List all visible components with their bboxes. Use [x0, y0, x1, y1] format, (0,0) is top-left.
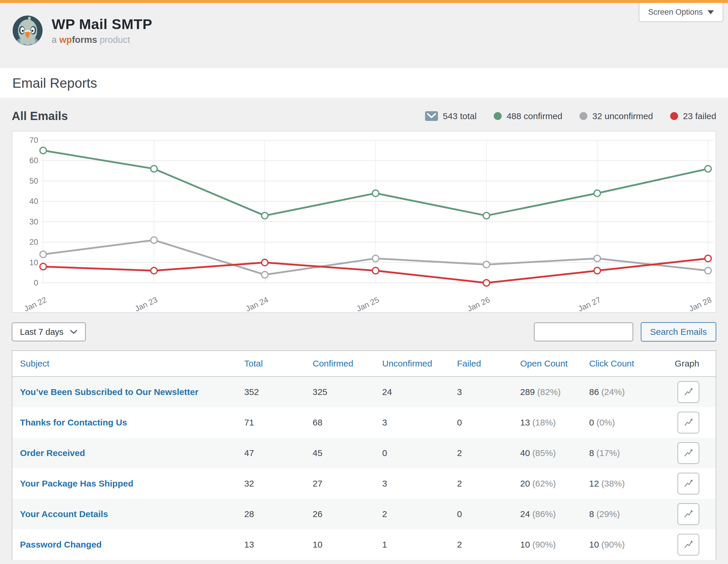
table-controls: Last 7 days Search Emails — [12, 322, 716, 341]
section-title: All Emails — [12, 110, 68, 123]
mini-line-chart-icon — [683, 479, 693, 489]
row-graph-button[interactable] — [678, 503, 699, 525]
failed-cell: 2 — [457, 448, 520, 458]
total-cell: 13 — [244, 540, 313, 550]
email-subject-link[interactable]: You’ve Been Subscribed to Our Newsletter — [20, 387, 198, 397]
wp-mail-smtp-pigeon-logo — [12, 15, 43, 46]
failed-cell: 3 — [457, 387, 520, 397]
screen-options-button[interactable]: Screen Options — [639, 3, 723, 22]
table-row: Order Received47450240(85%)8(17%) — [12, 438, 716, 468]
mini-line-chart-icon — [683, 417, 693, 427]
chart-legend: 543 total488 confirmed32 unconfirmed23 f… — [425, 111, 716, 121]
page-title: Email Reports — [12, 75, 97, 91]
failed-cell: 2 — [457, 479, 520, 489]
admin-top-bar — [0, 0, 728, 3]
row-graph-button[interactable] — [678, 412, 699, 433]
legend-total-label: 543 total — [443, 111, 477, 121]
column-header-click-count[interactable]: Click Count — [589, 358, 668, 368]
column-header-failed[interactable]: Failed — [457, 358, 520, 368]
mini-line-chart-icon — [683, 509, 693, 519]
chevron-down-icon — [707, 10, 714, 14]
column-header-total[interactable]: Total — [244, 358, 313, 368]
mini-line-chart-icon — [683, 540, 693, 550]
confirmed-cell: 26 — [313, 509, 382, 519]
email-subject-link[interactable]: Your Package Has Shipped — [20, 479, 133, 488]
tagline-a: a — [52, 35, 57, 45]
date-range-select[interactable]: Last 7 days — [12, 322, 86, 341]
open-count-cell: 289(82%) — [520, 387, 589, 397]
table-body: You’ve Been Subscribed to Our Newsletter… — [12, 377, 716, 560]
unconfirmed-cell: 1 — [382, 540, 457, 550]
table-row: You’ve Been Subscribed to Our Newsletter… — [12, 377, 716, 407]
legend-confirmed-label: 488 confirmed — [507, 111, 562, 121]
legend-failed-label: 23 failed — [683, 111, 716, 121]
svg-text:Jan 22: Jan 22 — [23, 295, 48, 312]
confirmed-cell: 27 — [313, 479, 382, 489]
confirmed-cell: 10 — [313, 540, 382, 550]
confirmed-cell: 45 — [313, 448, 382, 458]
unconfirmed-cell: 0 — [382, 448, 457, 458]
date-range-value: Last 7 days — [20, 327, 63, 337]
svg-text:10: 10 — [29, 258, 38, 267]
svg-text:Jan 28: Jan 28 — [687, 295, 713, 312]
table-row: Your Package Has Shipped32273220(62%)12(… — [12, 468, 716, 499]
confirmed-dot-icon — [494, 112, 502, 120]
failed-cell: 2 — [457, 540, 520, 550]
row-graph-button[interactable] — [678, 534, 699, 555]
svg-text:Jan 24: Jan 24 — [244, 295, 269, 312]
legend-total: 543 total — [425, 111, 477, 121]
brand-title: WP Mail SMTP — [52, 16, 152, 32]
click-count-cell: 8(17%) — [589, 448, 668, 458]
emails-line-chart: 010203040506070Jan 22Jan 23Jan 24Jan 25J… — [12, 132, 716, 312]
svg-text:50: 50 — [29, 177, 38, 186]
failed-cell: 0 — [457, 417, 520, 427]
confirmed-cell: 325 — [313, 387, 382, 397]
svg-text:30: 30 — [29, 218, 38, 226]
tagline-product: product — [100, 35, 130, 45]
svg-text:60: 60 — [29, 156, 38, 165]
total-cell: 47 — [244, 448, 313, 458]
unconfirmed-cell: 3 — [382, 417, 457, 427]
envelope-icon — [425, 111, 438, 121]
svg-text:0: 0 — [34, 279, 38, 287]
column-header-open-count[interactable]: Open Count — [520, 358, 589, 368]
failed-cell: 0 — [457, 509, 520, 519]
row-graph-button[interactable] — [678, 442, 699, 464]
unconfirmed-cell: 2 — [382, 509, 457, 519]
svg-text:20: 20 — [29, 238, 38, 247]
search-emails-button[interactable]: Search Emails — [641, 322, 716, 341]
email-subject-link[interactable]: Thanks for Contacting Us — [20, 417, 127, 427]
row-graph-button[interactable] — [678, 381, 699, 403]
legend-confirmed: 488 confirmed — [494, 111, 562, 121]
open-count-cell: 10(90%) — [520, 540, 589, 550]
row-graph-button[interactable] — [678, 473, 699, 494]
total-cell: 352 — [244, 387, 313, 397]
unconfirmed-cell: 24 — [382, 387, 457, 397]
column-header-unconfirmed[interactable]: Unconfirmed — [382, 358, 457, 368]
mini-line-chart-icon — [683, 387, 693, 397]
email-subject-link[interactable]: Your Account Details — [20, 509, 108, 519]
brand-tagline: a wpforms product — [52, 35, 152, 45]
email-subject-link[interactable]: Order Received — [20, 448, 85, 458]
email-subject-link[interactable]: Password Changed — [20, 540, 102, 549]
svg-text:Jan 27: Jan 27 — [577, 295, 602, 312]
all-emails-section-header: All Emails 543 total488 confirmed32 unco… — [0, 98, 728, 131]
search-input[interactable] — [534, 322, 633, 341]
table-row: Thanks for Contacting Us71683013(18%)0(0… — [12, 407, 716, 438]
click-count-cell: 86(24%) — [589, 387, 668, 397]
svg-text:Jan 23: Jan 23 — [134, 295, 159, 312]
emails-chart-card: 010203040506070Jan 22Jan 23Jan 24Jan 25J… — [12, 131, 716, 313]
legend-unconfirmed: 32 unconfirmed — [579, 111, 653, 121]
click-count-cell: 0(0%) — [589, 417, 668, 427]
total-cell: 32 — [244, 479, 313, 489]
column-header-confirmed[interactable]: Confirmed — [313, 358, 382, 368]
confirmed-cell: 68 — [313, 417, 382, 427]
column-header-subject[interactable]: Subject — [12, 358, 244, 368]
table-row: Password Changed13101210(90%)10(90%) — [12, 529, 716, 560]
mini-line-chart-icon — [683, 448, 693, 458]
open-count-cell: 13(18%) — [520, 417, 589, 427]
open-count-cell: 24(86%) — [520, 509, 589, 519]
svg-text:Jan 25: Jan 25 — [355, 295, 380, 312]
failed-dot-icon — [670, 112, 678, 120]
legend-unconfirmed-label: 32 unconfirmed — [592, 111, 653, 121]
